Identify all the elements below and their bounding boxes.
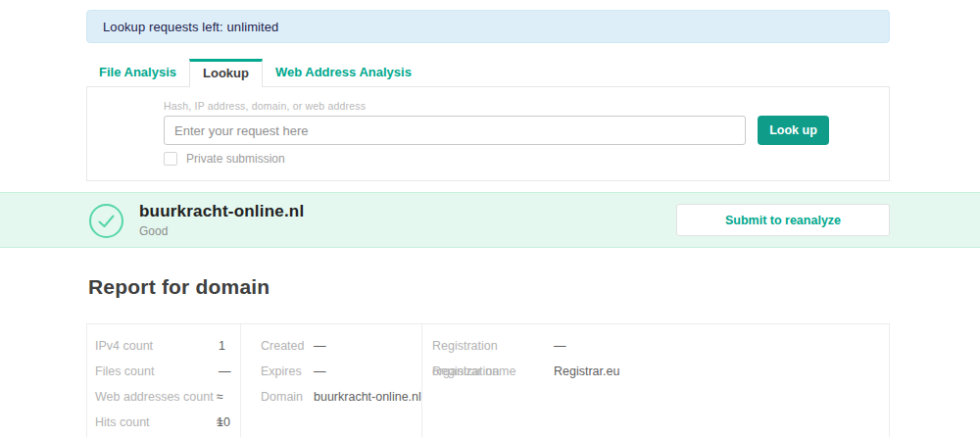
report-row-label: Files count — [95, 359, 219, 384]
report-row-value: ≈ 10 — [217, 384, 240, 410]
report-row-label: IPv4 count — [95, 333, 219, 359]
analysis-tabs: File Analysis Lookup Web Address Analysi… — [86, 59, 424, 87]
report-row-label: Domain — [261, 384, 314, 410]
report-row-value: Registrar.eu — [554, 359, 619, 384]
report-row-ipv4-count: IPv4 count 1 — [95, 333, 240, 359]
report-row-label: Hits count — [95, 410, 217, 435]
tab-lookup[interactable]: Lookup — [189, 59, 263, 87]
tab-web-address-analysis[interactable]: Web Address Analysis — [263, 59, 424, 87]
lookup-page: Lookup requests left: unlimited File Ana… — [0, 0, 980, 437]
report-column-registration: Registration organization — Registrar na… — [422, 324, 889, 437]
verdict-domain: buurkracht-online.nl — [139, 202, 304, 221]
report-row-label: Registration organization — [432, 333, 554, 359]
report-row-value: — — [314, 333, 326, 359]
report-row-expires: Expires — — [261, 359, 421, 384]
good-check-icon — [88, 203, 124, 239]
tab-file-analysis[interactable]: File Analysis — [86, 59, 189, 87]
private-submission-row: Private submission — [164, 152, 285, 166]
report-row-registrar-name: Registrar name Registrar.eu — [432, 359, 889, 384]
report-row-domain: Domain buurkracht-online.nl — [261, 384, 421, 410]
quota-notice-text: Lookup requests left: unlimited — [103, 20, 278, 34]
report-row-label: Web addresses count — [95, 384, 217, 410]
report-row-value: — — [219, 359, 231, 384]
lookup-form-panel: Hash, IP address, domain, or web address… — [86, 86, 890, 181]
report-row-label: Registrar name — [432, 359, 554, 384]
report-column-dates: Created — Expires — Domain buurkracht-on… — [241, 324, 422, 437]
report-row-label: Expires — [261, 359, 314, 384]
report-row-value: — — [314, 359, 326, 384]
submit-to-reanalyze-button[interactable]: Submit to reanalyze — [676, 204, 890, 236]
report-row-created: Created — — [261, 333, 421, 359]
lookup-button[interactable]: Look up — [758, 116, 829, 145]
report-row-label: Created — [261, 333, 314, 359]
report-row-web-addresses-count: Web addresses count ≈ 10 — [95, 384, 240, 410]
report-row-value: buurkracht-online.nl — [314, 384, 421, 410]
report-row-value: ≈ 10 — [217, 410, 240, 435]
report-row-files-count: Files count — — [95, 359, 240, 384]
report-row-registration-organization: Registration organization — — [432, 333, 889, 359]
request-field-label: Hash, IP address, domain, or web address — [164, 100, 366, 112]
report-row-hits-count: Hits count ≈ 10 — [95, 410, 240, 435]
report-row-value: 1 — [219, 333, 225, 359]
request-input[interactable] — [164, 116, 746, 145]
report-column-counts: IPv4 count 1 Files count — Web addresses… — [87, 324, 241, 437]
report-heading: Report for domain — [88, 275, 270, 299]
verdict-status: Good — [139, 224, 168, 238]
report-table: IPv4 count 1 Files count — Web addresses… — [86, 323, 890, 437]
quota-notice: Lookup requests left: unlimited — [86, 10, 890, 43]
private-submission-label: Private submission — [186, 152, 285, 166]
verdict-banner: buurkracht-online.nl Good Submit to rean… — [0, 192, 980, 248]
private-submission-checkbox[interactable] — [164, 152, 177, 166]
report-row-value: — — [554, 333, 566, 359]
